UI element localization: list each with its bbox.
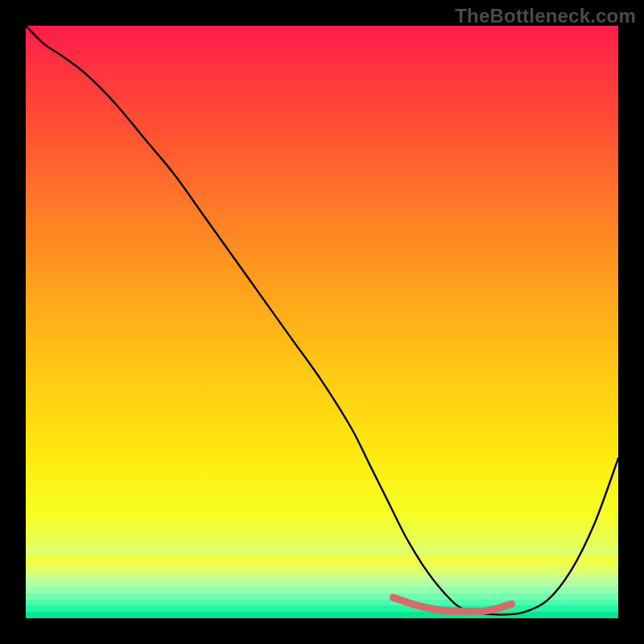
plot-area [26, 26, 618, 618]
chart-container: TheBottleneck.com [0, 0, 644, 644]
sweet-spot-marker [393, 597, 511, 611]
chart-svg [26, 26, 618, 618]
bottleneck-curve [26, 26, 618, 615]
watermark-text: TheBottleneck.com [455, 5, 636, 27]
